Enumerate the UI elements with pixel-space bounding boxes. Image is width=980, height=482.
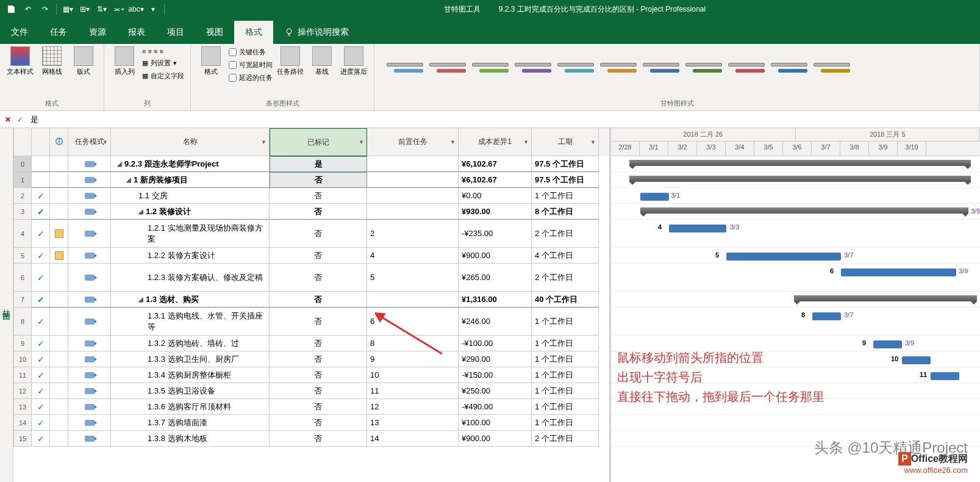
table-row[interactable]: ◢9.2.3 跟连永老师学Project是¥6,102.6797.5 个工作日: [32, 156, 609, 172]
tab-resource[interactable]: 资源: [78, 21, 117, 44]
taskmode-cell[interactable]: [68, 431, 111, 447]
row-header[interactable]: 14: [13, 415, 32, 431]
table-row[interactable]: ✓1.3.2 选购地砖、墙砖、过否8-¥100.001 个工作日: [32, 336, 609, 351]
marked-cell[interactable]: 否: [270, 399, 367, 415]
taskmode-cell[interactable]: [68, 292, 111, 308]
row-header[interactable]: 7: [13, 292, 32, 308]
column-settings-button[interactable]: ▦ 列设置 ▾: [142, 57, 184, 69]
predecessor-cell[interactable]: [367, 292, 459, 308]
duration-cell[interactable]: 1 个工作日: [532, 383, 599, 399]
row-header[interactable]: 4: [13, 220, 32, 248]
summary-bar[interactable]: [629, 176, 971, 182]
tab-project[interactable]: 项目: [156, 21, 195, 44]
name-cell[interactable]: 1.3.5 选购卫浴设备: [111, 383, 270, 399]
task-bar[interactable]: [873, 340, 902, 348]
cost-cell[interactable]: ¥900.00: [459, 431, 532, 447]
table-row[interactable]: ✓1.3.8 选购木地板否14¥900.002 个工作日: [32, 431, 609, 447]
row-header[interactable]: 12: [13, 383, 32, 399]
summary-bar[interactable]: [794, 295, 977, 301]
marked-cell[interactable]: 否: [270, 220, 367, 248]
marked-cell[interactable]: 否: [270, 336, 367, 351]
duration-cell[interactable]: 97.5 个工作日: [532, 156, 599, 172]
row-header[interactable]: 15: [13, 431, 32, 447]
info-header[interactable]: ⓘ: [50, 128, 68, 156]
align-buttons[interactable]: ≡ ≡ ≡ ≡: [142, 46, 184, 56]
tab-report[interactable]: 报表: [117, 21, 156, 44]
taskmode-cell[interactable]: [68, 367, 111, 383]
marked-cell[interactable]: 否: [270, 292, 367, 308]
marked-cell[interactable]: 是: [270, 156, 367, 172]
tab-view[interactable]: 视图: [195, 21, 234, 44]
row-header[interactable]: 0: [13, 156, 32, 172]
gantt-style-option[interactable]: [771, 63, 807, 87]
qat-btn[interactable]: ▾: [147, 3, 159, 15]
tab-task[interactable]: 任务: [39, 21, 78, 44]
taskmode-cell[interactable]: [68, 308, 111, 336]
entry-input[interactable]: [29, 113, 975, 125]
gantt-style-option[interactable]: [814, 63, 850, 87]
duration-cell[interactable]: 2 个工作日: [532, 264, 599, 292]
gantt-row[interactable]: [611, 156, 980, 172]
task-bar[interactable]: [902, 356, 931, 364]
marked-cell[interactable]: 否: [270, 383, 367, 399]
indicator-header[interactable]: [32, 128, 50, 156]
cost-cell[interactable]: -¥235.00: [459, 220, 532, 248]
taskmode-header[interactable]: 任务模式▼: [68, 128, 111, 156]
cost-cell[interactable]: ¥6,102.67: [459, 172, 532, 188]
cost-cell[interactable]: -¥100.00: [459, 336, 532, 351]
duration-header[interactable]: 工期▼: [532, 128, 599, 156]
predecessor-cell[interactable]: [367, 204, 459, 220]
duration-cell[interactable]: 1 个工作日: [532, 367, 599, 383]
cancel-entry-icon[interactable]: ✕: [5, 115, 11, 124]
table-row[interactable]: ✓1.2.1 实地测量及现场协商装修方案否2-¥235.002 个工作日: [32, 220, 609, 248]
gantt-row[interactable]: [611, 292, 980, 308]
gantt-row[interactable]: [611, 415, 980, 431]
taskmode-cell[interactable]: [68, 156, 111, 172]
gridlines-button[interactable]: 网格线: [38, 46, 66, 76]
marked-cell[interactable]: 否: [270, 204, 367, 220]
cost-cell[interactable]: ¥100.00: [459, 415, 532, 431]
name-cell[interactable]: 1.2.3 装修方案确认、修改及定稿: [111, 264, 270, 292]
qat-btn[interactable]: ⫘▾: [113, 3, 125, 15]
name-cell[interactable]: 1.1 交房: [111, 188, 270, 204]
duration-cell[interactable]: 97.5 个工作日: [532, 172, 599, 188]
duration-cell[interactable]: 1 个工作日: [532, 415, 599, 431]
marked-cell[interactable]: 否: [270, 367, 367, 383]
predecessor-cell[interactable]: 14: [367, 431, 459, 447]
text-styles-button[interactable]: 文本样式: [6, 46, 34, 76]
cost-cell[interactable]: ¥900.00: [459, 248, 532, 264]
taskmode-cell[interactable]: [68, 415, 111, 431]
summary-bar[interactable]: [629, 160, 971, 166]
row-header[interactable]: 11: [13, 367, 32, 383]
taskmode-cell[interactable]: [68, 204, 111, 220]
gantt-row[interactable]: 63/9: [611, 264, 980, 292]
marked-cell[interactable]: 否: [270, 431, 367, 447]
predecessor-cell[interactable]: 6: [367, 308, 459, 336]
table-row[interactable]: ✓◢1.2 装修设计否¥930.008 个工作日: [32, 204, 609, 220]
tab-format[interactable]: 格式: [234, 21, 273, 44]
cost-header[interactable]: 成本差异1▼: [459, 128, 532, 156]
layout-button[interactable]: 版式: [70, 46, 98, 76]
slack-check[interactable]: 可宽延时间: [229, 59, 273, 71]
predecessor-cell[interactable]: 13: [367, 415, 459, 431]
gantt-row[interactable]: 43/3: [611, 220, 980, 248]
name-cell[interactable]: 1.3.8 选购木地板: [111, 431, 270, 447]
table-row[interactable]: ✓1.3.1 选购电线、水管、开关插座等否6¥246.001 个工作日: [32, 308, 609, 336]
format-button[interactable]: 格式: [197, 46, 225, 76]
task-bar[interactable]: [669, 225, 726, 232]
cost-cell[interactable]: ¥246.00: [459, 308, 532, 336]
taskmode-cell[interactable]: [68, 220, 111, 248]
name-cell[interactable]: 1.3.6 选购客厅吊顶材料: [111, 399, 270, 415]
tell-me[interactable]: 操作说明搜索: [273, 21, 360, 44]
predecessor-cell[interactable]: [367, 156, 459, 172]
task-path-button[interactable]: 任务路径: [276, 46, 304, 76]
predecessor-cell[interactable]: 11: [367, 383, 459, 399]
name-cell[interactable]: ◢1.2 装修设计: [111, 204, 270, 220]
gantt-row[interactable]: 53/7: [611, 248, 980, 264]
marked-cell[interactable]: 否: [270, 308, 367, 336]
duration-cell[interactable]: 2 个工作日: [532, 431, 599, 447]
duration-cell[interactable]: 8 个工作日: [532, 204, 599, 220]
table-row[interactable]: ✓1.3.7 选购墙面漆否13¥100.001 个工作日: [32, 415, 609, 431]
insert-column-button[interactable]: 插入列: [110, 46, 138, 76]
row-header[interactable]: 6: [13, 264, 32, 292]
